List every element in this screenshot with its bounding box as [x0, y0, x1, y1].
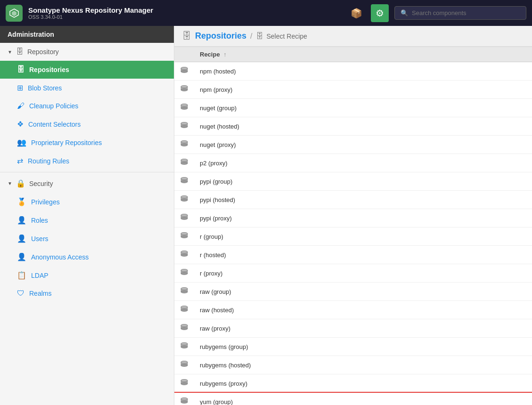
row-label[interactable]: raw (proxy) [194, 319, 532, 338]
svg-point-57 [181, 306, 188, 308]
svg-point-20 [181, 144, 188, 146]
db-icon [180, 233, 188, 241]
sidebar-section-repository[interactable]: ▼ 🗄 Repository [0, 43, 174, 61]
search-icon: 🔍 [401, 9, 408, 16]
svg-point-53 [181, 288, 188, 290]
search-input[interactable] [412, 9, 520, 16]
row-icon-cell [174, 191, 194, 209]
nav-icon[interactable]: 📦 [347, 4, 365, 22]
db-icon [180, 251, 188, 259]
db-icon [180, 343, 188, 351]
db-icon [180, 123, 188, 131]
row-label[interactable]: nuget (group) [194, 99, 532, 117]
users-label: Users [31, 235, 49, 243]
db-icon [180, 215, 188, 223]
search-box[interactable]: 🔍 [394, 6, 526, 20]
row-icon-cell [174, 356, 194, 374]
row-label[interactable]: r (hosted) [194, 246, 532, 264]
settings-icon[interactable]: ⚙ [371, 4, 389, 22]
privileges-icon: 🏅 [17, 197, 26, 206]
row-label[interactable]: pypi (proxy) [194, 209, 532, 227]
breadcrumb-title[interactable]: Repositories [195, 31, 246, 41]
sidebar-item-proprietary-repositories[interactable]: 👥 Proprietary Repositories [0, 133, 174, 152]
sidebar-item-routing-rules[interactable]: ⇄ Routing Rules [0, 152, 174, 170]
privileges-label: Privileges [31, 198, 60, 206]
sidebar-item-repositories[interactable]: 🗄 Repositories [0, 61, 174, 79]
sidebar-item-content-selectors[interactable]: ❖ Content Selectors [0, 115, 174, 133]
svg-point-56 [181, 309, 188, 312]
table-row[interactable]: r (proxy) [174, 264, 532, 283]
table-row[interactable]: r (group) [174, 227, 532, 246]
table-row[interactable]: rubygems (group) [174, 338, 532, 356]
db-icon [180, 398, 188, 405]
row-icon-cell [174, 246, 194, 264]
sidebar-item-blob-stores[interactable]: ⊞ Blob Stores [0, 79, 174, 97]
row-label[interactable]: npm (hosted) [194, 62, 532, 81]
svg-point-77 [181, 398, 188, 400]
row-label[interactable]: rubygems (group) [194, 338, 532, 356]
table-row[interactable]: nuget (group) [174, 99, 532, 117]
table-row[interactable]: r (hosted) [174, 246, 532, 264]
table-row[interactable]: raw (group) [174, 283, 532, 301]
row-label[interactable]: r (group) [194, 227, 532, 246]
row-label[interactable]: rubygems (hosted) [194, 356, 532, 374]
col-recipe-header[interactable]: Recipe ↑ [194, 47, 532, 62]
table-row[interactable]: nuget (hosted) [174, 117, 532, 136]
row-label[interactable]: p2 (proxy) [194, 154, 532, 172]
row-label[interactable]: nuget (hosted) [194, 117, 532, 136]
row-icon-cell [174, 338, 194, 356]
row-label[interactable]: yum (group) [194, 393, 532, 405]
db-icon [180, 141, 188, 149]
proprietary-repos-label: Proprietary Repositories [31, 139, 102, 146]
db-icon [180, 160, 188, 168]
content-selectors-icon: ❖ [17, 120, 24, 129]
svg-point-17 [181, 122, 188, 125]
sidebar-item-ldap[interactable]: 📋 LDAP [0, 266, 174, 284]
row-label[interactable]: rubygems (proxy) [194, 374, 532, 393]
svg-point-69 [181, 361, 188, 364]
app-title: Sonatype Nexus Repository Manager OSS 3.… [28, 6, 153, 20]
table-row[interactable]: raw (proxy) [174, 319, 532, 338]
security-section-icon: 🔒 [16, 179, 25, 188]
row-label[interactable]: pypi (group) [194, 172, 532, 191]
table-row[interactable]: rubygems (proxy) [174, 374, 532, 393]
app-logo [6, 5, 23, 22]
sidebar-item-cleanup-policies[interactable]: 🖌 Cleanup Policies [0, 97, 174, 115]
db-icon [180, 178, 188, 186]
table-row[interactable]: raw (hosted) [174, 301, 532, 319]
table-row[interactable]: pypi (proxy) [174, 209, 532, 227]
sidebar-item-realms[interactable]: 🛡 Realms [0, 284, 174, 302]
cleanup-policies-label: Cleanup Policies [29, 102, 78, 110]
table-row[interactable]: rubygems (hosted) [174, 356, 532, 374]
topbar: Sonatype Nexus Repository Manager OSS 3.… [0, 0, 532, 26]
row-label[interactable]: npm (proxy) [194, 81, 532, 99]
row-label[interactable]: r (proxy) [194, 264, 532, 283]
table-row[interactable]: p2 (proxy) [174, 154, 532, 172]
row-label[interactable]: raw (group) [194, 283, 532, 301]
repository-section-label: Repository [27, 48, 59, 56]
db-icon [180, 105, 188, 113]
svg-point-16 [181, 126, 188, 128]
table-row[interactable]: yum (group) [174, 393, 532, 405]
sidebar-item-anonymous-access[interactable]: 👤 Anonymous Access [0, 248, 174, 266]
row-label[interactable]: pypi (hosted) [194, 191, 532, 209]
table-row[interactable]: npm (proxy) [174, 81, 532, 99]
row-icon-cell [174, 374, 194, 393]
svg-point-41 [181, 233, 188, 235]
table-row[interactable]: pypi (hosted) [174, 191, 532, 209]
anonymous-access-label: Anonymous Access [31, 253, 89, 261]
table-row[interactable]: nuget (proxy) [174, 136, 532, 154]
table-row[interactable]: npm (hosted) [174, 62, 532, 81]
content-selectors-label: Content Selectors [28, 121, 81, 128]
sidebar-item-roles[interactable]: 👤 Roles [0, 211, 174, 229]
svg-point-9 [181, 86, 188, 88]
table-row[interactable]: pypi (group) [174, 172, 532, 191]
db-icon [180, 68, 188, 76]
row-label[interactable]: nuget (proxy) [194, 136, 532, 154]
row-label[interactable]: raw (hosted) [194, 301, 532, 319]
repositories-icon: 🗄 [17, 65, 25, 74]
sidebar-item-privileges[interactable]: 🏅 Privileges [0, 193, 174, 211]
sidebar-section-security[interactable]: ▼ 🔒 Security [0, 174, 174, 193]
sidebar-item-users[interactable]: 👤 Users [0, 229, 174, 248]
table-container: Recipe ↑ npm (hosted) [174, 47, 532, 405]
